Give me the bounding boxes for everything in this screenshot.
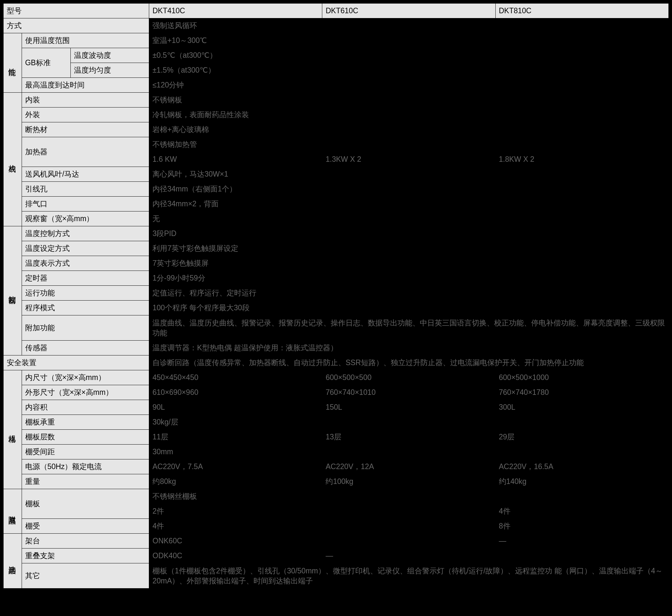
stand-v3: — [495, 534, 668, 549]
power-v1: AC220V，7.5A [149, 459, 322, 474]
safety-value: 自诊断回路（温度传感异常、加热器断线、自动过升防止、SSR短路）、独立过升防止器… [149, 355, 669, 370]
tset-label: 温度设定方式 [22, 241, 149, 256]
vol-v3: 300L [495, 400, 668, 415]
outer-v1: 610×690×960 [149, 385, 322, 400]
prog-value: 100个程序 每个程序最大30段 [149, 301, 669, 315]
shelflayers-v1: 11层 [149, 430, 322, 445]
support-v3: 8件 [495, 519, 668, 534]
tctrl-value: 3段PID [149, 226, 669, 241]
power-v3: AC220V，16.5A [495, 459, 668, 474]
heater-top: 不锈钢加热管 [149, 137, 669, 152]
heater-v3: 1.8KW X 2 [495, 152, 668, 167]
prog-label: 程序模式 [22, 301, 149, 315]
leadhole-label: 引线孔 [22, 182, 149, 197]
unif-value: ±1.5%（at300℃） [149, 63, 669, 78]
tdisp-value: 7英寸彩色触摸屏 [149, 256, 669, 271]
inner-v1: 450×450×450 [149, 370, 322, 385]
add-label: 附加功能 [22, 315, 149, 341]
tctrl-label: 温度控制方式 [22, 226, 149, 241]
cat-accessories: 附属品 [4, 489, 22, 534]
cat-structure: 构成 [4, 93, 22, 226]
stack-label: 重叠支架 [22, 549, 149, 563]
inner-v3: 600×500×1000 [495, 370, 668, 385]
vol-label: 内容积 [22, 400, 149, 415]
support-v1: 4件 [149, 519, 495, 534]
gb-label: GB标准 [22, 48, 71, 78]
insul-value: 岩棉+离心玻璃棉 [149, 122, 669, 137]
sensor-value: 温度调节器：K型热电偶 超温保护使用：液胀式温控器） [149, 341, 669, 355]
cat-options: 选购品 [4, 534, 22, 589]
vol-v2: 150L [322, 400, 495, 415]
weight-label: 重量 [22, 474, 149, 489]
cat-performance: 性能 [4, 33, 22, 93]
header-m3: DKT810C [495, 4, 668, 18]
window-label: 观察窗（宽×高mm） [22, 211, 149, 226]
cat-spec: 规格 [4, 370, 22, 489]
shelfload-value: 30kg/层 [149, 415, 669, 430]
rise-label: 最高温度到达时间 [22, 78, 149, 93]
stack-v1: ODK40C [149, 549, 322, 563]
weight-v3: 约140kg [495, 474, 668, 489]
stand-label: 架台 [22, 534, 149, 549]
outer-v2: 760×740×1010 [322, 385, 495, 400]
stand-v1: ONK60C [149, 534, 495, 549]
heater-label: 加热器 [22, 137, 149, 167]
fan-value: 离心风叶，马达30W×1 [149, 167, 669, 182]
header-m1: DKT410C [149, 4, 322, 18]
outer-v3: 760×740×1780 [495, 385, 668, 400]
vol-v1: 90L [149, 400, 322, 415]
run-label: 运行功能 [22, 286, 149, 301]
window-value: 无 [149, 211, 669, 226]
header-model: 型号 [4, 4, 149, 18]
insul-label: 断热材 [22, 122, 149, 137]
rise-value: ≤120分钟 [149, 78, 669, 93]
heater-v1: 1.6 KW [149, 152, 322, 167]
leadhole-value: 内径34mm（右侧面1个） [149, 182, 669, 197]
tdisp-label: 温度表示方式 [22, 256, 149, 271]
shelflayers-v3: 29层 [495, 430, 668, 445]
shelf-top: 不锈钢丝棚板 [149, 489, 669, 504]
power-v2: AC220V，12A [322, 459, 495, 474]
other-value: 棚板（1件棚板包含2件棚受）、引线孔（30/50mm）、微型打印机、记录仪、组合… [149, 563, 669, 589]
tset-value: 利用7英寸彩色触摸屏设定 [149, 241, 669, 256]
unif-label: 温度均匀度 [71, 63, 149, 78]
shelfgap-label: 棚受间距 [22, 445, 149, 459]
inner-v2: 600×500×500 [322, 370, 495, 385]
fluct-label: 温度波动度 [71, 48, 149, 63]
fluct-value: ±0.5℃（at300℃） [149, 48, 669, 63]
method-value: 强制送风循环 [149, 18, 669, 33]
exterior-label: 外装 [22, 108, 149, 122]
other-label: 其它 [22, 563, 149, 589]
cat-controller: 控制器 [4, 226, 22, 355]
stack-v2: — [322, 549, 669, 563]
spec-table: 型号 DKT410C DKT610C DKT810C 方式 强制送风循环 性能 … [3, 3, 669, 589]
timer-value: 1分-99小时59分 [149, 271, 669, 286]
support-label: 棚受 [22, 519, 149, 534]
interior-label: 内装 [22, 93, 149, 108]
interior-value: 不锈钢板 [149, 93, 669, 108]
exhaust-value: 内径34mm×2，背面 [149, 197, 669, 211]
shelfload-label: 棚板承重 [22, 415, 149, 430]
sensor-label: 传感器 [22, 341, 149, 355]
add-value: 温度曲线、温度历史曲线、报警记录、报警历史记录、操作日志、数据导出功能、中日英三… [149, 315, 669, 341]
weight-v2: 约100kg [322, 474, 495, 489]
shelf-v3: 4件 [495, 504, 668, 519]
exterior-value: 冷轧钢板，表面耐药品性涂装 [149, 108, 669, 122]
outer-label: 外形尺寸（宽×深×高mm） [22, 385, 149, 400]
shelflayers-label: 棚板层数 [22, 430, 149, 445]
temp-range-label: 使用温度范围 [22, 33, 149, 48]
timer-label: 定时器 [22, 271, 149, 286]
safety-label: 安全装置 [4, 355, 149, 370]
weight-v1: 约80kg [149, 474, 322, 489]
header-m2: DKT610C [322, 4, 495, 18]
shelf-label: 棚板 [22, 489, 149, 519]
temp-range-value: 室温+10～300℃ [149, 33, 669, 48]
heater-v2: 1.3KW X 2 [322, 152, 495, 167]
method-label: 方式 [4, 18, 149, 33]
shelflayers-v2: 13层 [322, 430, 495, 445]
fan-label: 送风机风叶/马达 [22, 167, 149, 182]
inner-label: 内尺寸（宽×深×高mm） [22, 370, 149, 385]
run-value: 定值运行、程序运行、定时运行 [149, 286, 669, 301]
power-label: 电源（50Hz）额定电流 [22, 459, 149, 474]
shelfgap-value: 30mm [149, 445, 669, 459]
